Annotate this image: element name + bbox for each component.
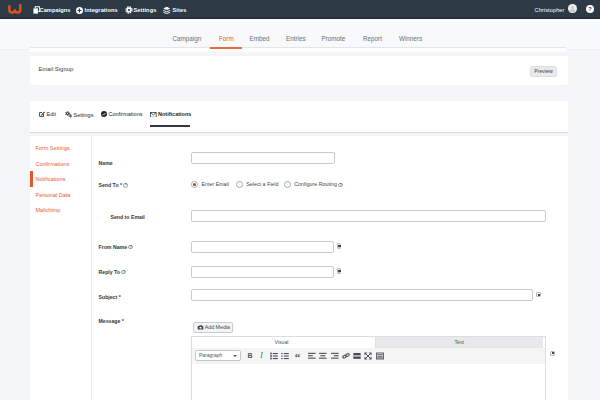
svg-text:?: ? — [588, 6, 592, 12]
